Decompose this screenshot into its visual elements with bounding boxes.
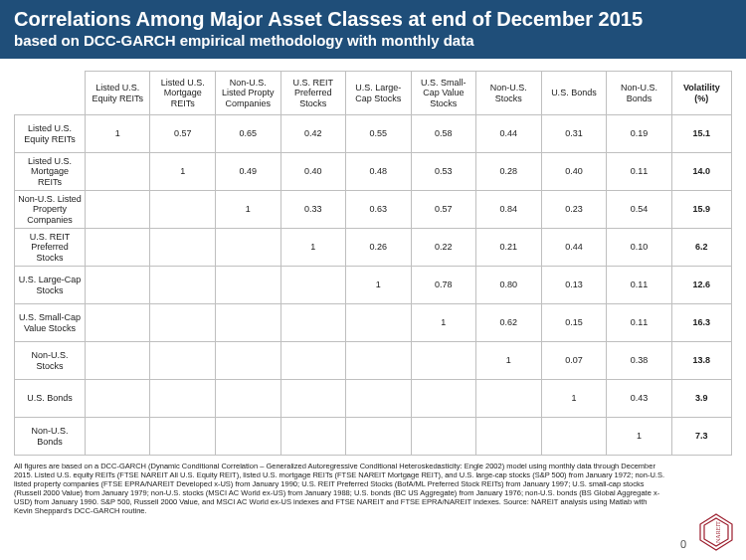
data-cell — [85, 418, 150, 456]
data-cell — [215, 342, 280, 380]
data-cell: 0.15 — [541, 304, 607, 342]
row-header: U.S. Small-Cap Value Stocks — [15, 304, 86, 342]
row-header: Listed U.S. Mortgage REITs — [15, 153, 86, 191]
data-cell — [150, 191, 216, 229]
data-cell — [280, 304, 346, 342]
col-header: U.S. Small-Cap Value Stocks — [411, 72, 476, 115]
data-cell — [85, 267, 150, 304]
data-cell — [280, 418, 346, 456]
data-cell — [346, 304, 412, 342]
row-header: U.S. Bonds — [15, 380, 86, 418]
data-cell: 0.80 — [476, 267, 542, 304]
data-cell: 0.40 — [541, 153, 607, 191]
table-row: Non-U.S. Listed Property Companies10.330… — [15, 191, 732, 229]
data-cell: 0.55 — [346, 115, 412, 153]
data-cell: 0.19 — [607, 115, 672, 153]
page-subtitle: based on DCC-GARCH empirical methodology… — [14, 32, 732, 49]
data-cell: 0.57 — [150, 115, 216, 153]
data-cell — [85, 342, 150, 380]
col-header: U.S. REIT Preferred Stocks — [280, 72, 346, 115]
page-title: Correlations Among Major Asset Classes a… — [14, 8, 732, 30]
volatility-cell: 15.1 — [671, 115, 731, 153]
data-cell: 0.21 — [476, 229, 542, 267]
volatility-cell: 16.3 — [671, 304, 731, 342]
data-cell: 0.44 — [476, 115, 542, 153]
data-cell — [411, 380, 476, 418]
data-cell — [476, 380, 542, 418]
volatility-cell: 7.3 — [671, 418, 731, 456]
data-cell — [150, 380, 216, 418]
row-header: Non-U.S. Stocks — [15, 342, 86, 380]
data-cell: 0.11 — [607, 304, 672, 342]
col-header: U.S. Large-Cap Stocks — [346, 72, 412, 115]
data-cell — [150, 229, 216, 267]
data-cell: 0.28 — [476, 153, 542, 191]
data-cell: 0.07 — [541, 342, 607, 380]
data-cell: 0.11 — [607, 153, 672, 191]
table-row: U.S. Large-Cap Stocks10.780.800.130.1112… — [15, 267, 732, 304]
correlation-table-container: Listed U.S. Equity REITs Listed U.S. Mor… — [0, 59, 746, 456]
data-cell — [85, 229, 150, 267]
table-row: Listed U.S. Mortgage REITs10.490.400.480… — [15, 153, 732, 191]
table-row: U.S. REIT Preferred Stocks10.260.220.210… — [15, 229, 732, 267]
corner-cell — [15, 72, 86, 115]
data-cell — [346, 342, 412, 380]
data-cell: 0.43 — [607, 380, 672, 418]
data-cell — [215, 304, 280, 342]
table-row: Listed U.S. Equity REITs10.570.650.420.5… — [15, 115, 732, 153]
data-cell — [411, 418, 476, 456]
data-cell — [346, 418, 412, 456]
data-cell: 1 — [476, 342, 542, 380]
data-cell: 1 — [280, 229, 346, 267]
nareit-logo: NAREIT — [694, 510, 738, 554]
col-header-volatility: Volatility (%) — [671, 72, 731, 115]
data-cell: 0.65 — [215, 115, 280, 153]
logo-text: NAREIT — [715, 521, 721, 543]
data-cell: 0.11 — [607, 267, 672, 304]
data-cell: 1 — [150, 153, 216, 191]
data-cell: 0.48 — [346, 153, 412, 191]
data-cell — [215, 380, 280, 418]
data-cell — [150, 418, 216, 456]
data-cell — [150, 267, 216, 304]
data-cell: 1 — [215, 191, 280, 229]
data-cell — [280, 342, 346, 380]
data-cell — [215, 229, 280, 267]
data-cell — [85, 153, 150, 191]
volatility-cell: 3.9 — [671, 380, 731, 418]
data-cell: 1 — [411, 304, 476, 342]
data-cell — [85, 304, 150, 342]
data-cell: 1 — [346, 267, 412, 304]
volatility-cell: 15.9 — [671, 191, 731, 229]
data-cell — [215, 267, 280, 304]
row-header: Listed U.S. Equity REITs — [15, 115, 86, 153]
volatility-cell: 14.0 — [671, 153, 731, 191]
data-cell: 0.58 — [411, 115, 476, 153]
data-cell — [346, 380, 412, 418]
data-cell — [476, 418, 542, 456]
data-cell: 0.84 — [476, 191, 542, 229]
table-header-row: Listed U.S. Equity REITs Listed U.S. Mor… — [15, 72, 732, 115]
data-cell: 0.62 — [476, 304, 542, 342]
data-cell: 0.44 — [541, 229, 607, 267]
page-number: 0 — [680, 538, 686, 550]
data-cell: 0.33 — [280, 191, 346, 229]
table-row: Non-U.S. Stocks10.070.3813.8 — [15, 342, 732, 380]
data-cell: 0.54 — [607, 191, 672, 229]
data-cell: 1 — [541, 380, 607, 418]
data-cell — [541, 418, 607, 456]
volatility-cell: 13.8 — [671, 342, 731, 380]
data-cell: 0.42 — [280, 115, 346, 153]
data-cell: 0.23 — [541, 191, 607, 229]
data-cell: 0.22 — [411, 229, 476, 267]
data-cell — [280, 380, 346, 418]
data-cell: 0.78 — [411, 267, 476, 304]
data-cell: 0.53 — [411, 153, 476, 191]
row-header: Non-U.S. Listed Property Companies — [15, 191, 86, 229]
data-cell — [215, 418, 280, 456]
data-cell — [85, 191, 150, 229]
col-header: Non-U.S. Listed Propty Companies — [215, 72, 280, 115]
data-cell: 0.49 — [215, 153, 280, 191]
data-cell: 0.63 — [346, 191, 412, 229]
col-header: Non-U.S. Stocks — [476, 72, 542, 115]
